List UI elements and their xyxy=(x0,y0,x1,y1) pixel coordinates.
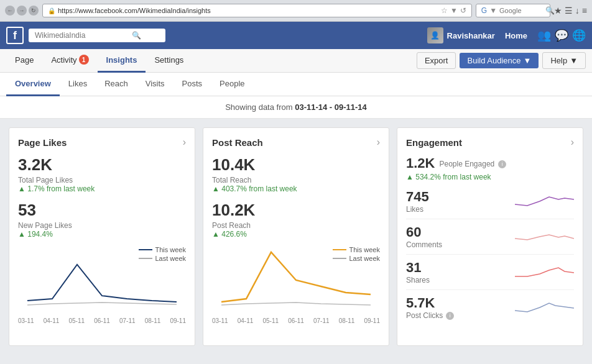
url-text: https://www.facebook.com/WikimediaIndia/… xyxy=(58,7,211,14)
fb-search-bar[interactable]: 🔍 xyxy=(29,29,165,42)
fb-nav-icons: 👥 💬 🌐 xyxy=(537,29,586,42)
reader-button[interactable]: ☰ xyxy=(565,6,573,16)
messages-icon[interactable]: 💬 xyxy=(555,29,568,42)
fb-search-input[interactable] xyxy=(35,31,128,40)
post-reach-value: 10.2K xyxy=(212,201,380,220)
post-clicks-sparkline xyxy=(515,298,574,317)
fb-user-info: 👤 Ravishankar xyxy=(427,27,495,43)
eng-comments-left: 60 Comments xyxy=(406,224,442,249)
subnav-reach[interactable]: Reach xyxy=(96,73,137,96)
download-button[interactable]: ↓ xyxy=(575,6,580,16)
post-reach-change: 426.6% xyxy=(212,230,380,239)
page-likes-x-labels: 03-11 04-11 05-11 06-11 07-11 08-11 09-1… xyxy=(18,317,186,324)
friends-icon[interactable]: 👥 xyxy=(537,29,551,42)
home-link[interactable]: Home xyxy=(500,31,532,40)
total-likes-change: 1.7% from last week xyxy=(18,184,186,193)
shares-value: 31 xyxy=(406,260,430,276)
post-reach-title: Post Reach xyxy=(212,137,263,148)
page-likes-title: Page Likes xyxy=(18,137,67,148)
chevron-down-icon: ▼ xyxy=(524,56,532,65)
refresh-icon: ↺ xyxy=(460,6,466,15)
browser-action-buttons: ★ ☰ ↓ ≡ xyxy=(554,6,587,16)
forward-button[interactable]: → xyxy=(17,6,27,16)
browser-nav-buttons: ← → ↻ xyxy=(5,6,39,16)
engagement-row-likes: 745 Likes xyxy=(406,189,574,219)
total-reach-change: 403.7% from last week xyxy=(212,184,380,193)
date-range-text: 03-11-14 - 09-11-14 xyxy=(295,102,367,112)
likes-label: Likes xyxy=(406,205,429,214)
nav-settings[interactable]: Settings xyxy=(146,49,192,73)
shares-sparkline xyxy=(515,263,574,281)
last-week-line xyxy=(139,258,152,259)
new-likes-change: 194.4% xyxy=(18,230,186,239)
people-engaged-label: People Engaged xyxy=(439,160,494,168)
new-likes-label: New Page Likes xyxy=(18,221,186,230)
post-reach-legend: This week Last week xyxy=(333,246,380,263)
date-range-bar: Showing data from 03-11-14 - 09-11-14 xyxy=(0,96,592,119)
help-button[interactable]: Help ▼ xyxy=(542,52,586,69)
people-engaged-change: 534.2% from last week xyxy=(406,173,574,181)
reach-legend-this-week: This week xyxy=(333,246,380,253)
post-reach-x-labels: 03-11 04-11 05-11 06-11 07-11 08-11 09-1… xyxy=(212,317,380,324)
legend-this-week: This week xyxy=(139,246,186,253)
reach-this-week-line xyxy=(333,249,346,250)
subnav-overview[interactable]: Overview xyxy=(6,73,60,96)
globe-icon[interactable]: 🌐 xyxy=(572,29,586,42)
page-nav-right: Export Build Audience ▼ Help ▼ xyxy=(417,52,586,69)
nav-activity[interactable]: Activity 1 xyxy=(42,49,97,73)
menu-button[interactable]: ≡ xyxy=(582,6,587,16)
google-icon: G xyxy=(481,6,487,15)
page-likes-legend: This week Last week xyxy=(139,246,186,263)
page-likes-card: Page Likes › 3.2K Total Page Likes 1.7% … xyxy=(9,127,195,346)
search-input[interactable] xyxy=(499,7,543,14)
card-header-engagement: Engagement › xyxy=(406,137,574,148)
post-reach-card: Post Reach › 10.4K Total Reach 403.7% fr… xyxy=(203,127,389,346)
post-reach-arrow[interactable]: › xyxy=(377,137,380,148)
subnav-likes[interactable]: Likes xyxy=(60,73,96,96)
engagement-row-shares: 31 Shares xyxy=(406,260,574,290)
comments-sparkline xyxy=(515,227,574,246)
engagement-row-comments: 60 Comments xyxy=(406,224,574,255)
url-bar[interactable]: 🔒 https://www.facebook.com/WikimediaIndi… xyxy=(42,4,472,17)
post-clicks-value: 5.7K xyxy=(406,295,454,311)
comments-label: Comments xyxy=(406,240,442,249)
shares-label: Shares xyxy=(406,276,430,284)
total-likes-value: 3.2K xyxy=(18,155,186,175)
likes-value: 745 xyxy=(406,189,429,205)
post-reach-chart-area: This week Last week 03-11 04-11 05-11 06… xyxy=(212,246,380,321)
search-dropdown-icon: ▼ xyxy=(489,6,497,15)
page-likes-chart-area: This week Last week 03-11 04-11 05-11 06… xyxy=(18,246,186,321)
engagement-header-stats: 1.2K People Engaged i 534.2% from last w… xyxy=(406,155,574,181)
lock-icon: 🔒 xyxy=(48,7,55,14)
nav-insights[interactable]: Insights xyxy=(98,49,146,73)
facebook-logo: f xyxy=(6,27,24,44)
page-likes-arrow[interactable]: › xyxy=(183,137,186,148)
page-nav-left: Page Activity 1 Insights Settings xyxy=(6,49,417,73)
engagement-arrow[interactable]: › xyxy=(571,137,574,148)
legend-last-week: Last week xyxy=(139,255,186,262)
total-reach-value: 10.4K xyxy=(212,155,380,175)
info-icon-engaged[interactable]: i xyxy=(498,160,506,168)
refresh-button[interactable]: ↻ xyxy=(29,6,39,16)
subnav-visits[interactable]: Visits xyxy=(137,73,173,96)
avatar: 👤 xyxy=(427,27,443,43)
star-button[interactable]: ★ xyxy=(554,6,562,16)
post-reach-label: Post Reach xyxy=(212,221,380,230)
subnav-posts[interactable]: Posts xyxy=(173,73,211,96)
info-icon-clicks[interactable]: i xyxy=(446,312,454,320)
post-clicks-label: Post Clicks xyxy=(406,311,443,320)
total-likes-label: Total Page Likes xyxy=(18,176,186,184)
export-button[interactable]: Export xyxy=(417,52,456,69)
avatar-image: 👤 xyxy=(427,27,443,43)
subnav-people[interactable]: People xyxy=(211,73,253,96)
sub-nav: Overview Likes Reach Visits Posts People xyxy=(0,73,592,96)
fb-username: Ravishankar xyxy=(447,31,495,40)
eng-likes-left: 745 Likes xyxy=(406,189,429,214)
search-bar[interactable]: G ▼ 🔍 xyxy=(476,4,550,17)
eng-shares-left: 31 Shares xyxy=(406,260,430,284)
nav-page[interactable]: Page xyxy=(6,49,42,73)
new-likes-value: 53 xyxy=(18,201,186,220)
back-button[interactable]: ← xyxy=(5,6,15,16)
card-header-likes: Page Likes › xyxy=(18,137,186,148)
build-audience-button[interactable]: Build Audience ▼ xyxy=(460,53,539,68)
